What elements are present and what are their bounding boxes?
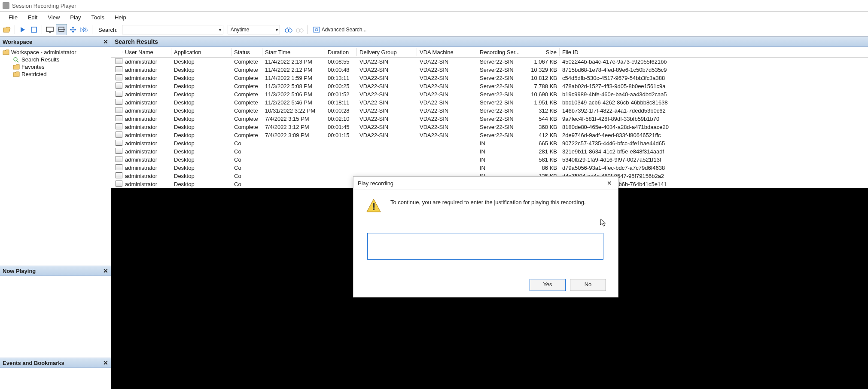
table-row[interactable]: administratorDesktopComplete10/31/2022 3… xyxy=(111,107,868,115)
cell-user: administrator xyxy=(122,67,171,73)
table-row[interactable]: administratorDesktopComplete11/4/2022 2:… xyxy=(111,58,868,66)
table-row[interactable]: administratorDesktopComplete7/4/2022 3:0… xyxy=(111,131,868,139)
th-vda[interactable]: VDA Machine xyxy=(417,48,477,56)
th-start[interactable]: Start Time xyxy=(262,48,325,56)
cell-vda: VDA22-SIN xyxy=(417,75,477,81)
th-fileid[interactable]: File ID xyxy=(560,48,860,56)
cell-duration: 00:18:11 xyxy=(325,99,357,106)
cell-status: Complete xyxy=(231,75,262,81)
dialog-buttons: Yes No xyxy=(353,275,618,297)
menu-tools[interactable]: Tools xyxy=(86,13,110,22)
search-button[interactable] xyxy=(283,25,294,35)
tree-item-search-results[interactable]: Search Results xyxy=(3,56,108,63)
menu-help[interactable]: Help xyxy=(110,13,131,22)
dialog-titlebar: Play recording ✕ xyxy=(353,177,618,190)
search-result-icon xyxy=(13,57,20,63)
tree-item-label: Search Results xyxy=(21,56,59,63)
skip-button[interactable] xyxy=(79,25,89,35)
workspace-tree: Workspace - administrator Search Results… xyxy=(0,47,111,80)
workspace-panel: Workspace ✕ Workspace - administrator Se… xyxy=(0,37,111,80)
titlebar: Session Recording Player xyxy=(0,0,868,12)
th-application[interactable]: Application xyxy=(171,48,231,56)
now-playing-panel: Now Playing ✕ xyxy=(0,266,111,358)
tree-item-restricted[interactable]: Restricted xyxy=(3,70,108,78)
dialog-close-button[interactable]: ✕ xyxy=(605,179,614,187)
table-row[interactable]: administratorDesktopCoIN581 KB5340fb29-1… xyxy=(111,156,868,164)
cell-start: 11/4/2022 1:59 PM xyxy=(262,75,325,81)
play-button[interactable] xyxy=(18,25,28,35)
cell-server: Server22-SIN xyxy=(477,67,525,73)
pan-button[interactable] xyxy=(68,25,78,35)
search-label: Search: xyxy=(95,27,121,33)
table-row[interactable]: administratorDesktopCoIN665 KB90722c57-4… xyxy=(111,139,868,147)
table-row[interactable]: administratorDesktopComplete7/4/2022 3:1… xyxy=(111,115,868,123)
close-icon[interactable]: ✕ xyxy=(103,267,108,274)
cell-user: administrator xyxy=(122,156,171,163)
tree-item-label: Favorites xyxy=(21,64,44,70)
fit-button[interactable] xyxy=(56,24,67,35)
justification-input[interactable] xyxy=(367,233,603,260)
table-row[interactable]: administratorDesktopCoIN281 KB321e9b11-8… xyxy=(111,147,868,156)
table-row[interactable]: administratorDesktopComplete7/4/2022 3:1… xyxy=(111,123,868,131)
th-delivery[interactable]: Delivery Group xyxy=(357,48,417,56)
cell-app: Desktop xyxy=(171,132,231,138)
close-icon: ✕ xyxy=(607,180,612,187)
toolbar: Search: ▾ Anytime ▾ Advanced Search... xyxy=(0,23,868,37)
table-head: User Name Application Status Start Time … xyxy=(111,47,868,58)
svg-point-13 xyxy=(14,58,17,61)
table-row[interactable]: administratorDesktopComplete11/2/2022 5:… xyxy=(111,98,868,107)
th-size[interactable]: Size xyxy=(525,48,560,56)
menu-edit[interactable]: Edit xyxy=(23,13,43,22)
chevron-down-icon: ▾ xyxy=(219,28,221,32)
screen-button[interactable] xyxy=(45,25,55,35)
stop-button[interactable] xyxy=(29,25,39,35)
cell-app: Desktop xyxy=(171,83,231,89)
workspace-panel-header: Workspace ✕ xyxy=(0,37,111,47)
open-button[interactable] xyxy=(2,25,12,35)
cell-server: IN xyxy=(477,165,525,171)
th-recserver[interactable]: Recording Ser... xyxy=(477,48,525,56)
no-button[interactable]: No xyxy=(570,279,606,291)
advanced-search-button[interactable]: Advanced Search... xyxy=(311,25,369,35)
tree-item-favorites[interactable]: Favorites xyxy=(3,63,108,70)
binoculars-icon xyxy=(296,27,304,33)
cell-server: Server22-SIN xyxy=(477,83,525,89)
table-row[interactable]: administratorDesktopComplete11/3/2022 5:… xyxy=(111,90,868,98)
menu-play[interactable]: Play xyxy=(65,13,86,22)
events-panel: Events and Bookmarks ✕ xyxy=(0,358,111,389)
th-icon[interactable] xyxy=(111,51,122,53)
recording-icon xyxy=(116,140,122,146)
svg-rect-15 xyxy=(373,203,375,208)
cell-size: 281 KB xyxy=(525,148,560,155)
cell-start: 11/3/2022 5:06 PM xyxy=(262,91,325,98)
th-status[interactable]: Status xyxy=(231,48,262,56)
table-row[interactable]: administratorDesktopCoIN86 KBd79a5056-93… xyxy=(111,164,868,172)
results-panel-title: Search Results xyxy=(115,38,158,45)
menu-view[interactable]: View xyxy=(43,13,65,22)
cell-user: administrator xyxy=(122,132,171,138)
tree-root[interactable]: Workspace - administrator xyxy=(3,49,108,56)
cell-start: 7/4/2022 3:09 PM xyxy=(262,132,325,138)
table-row[interactable]: administratorDesktopComplete11/4/2022 1:… xyxy=(111,74,868,82)
cell-vda: VDA22-SIN xyxy=(417,67,477,73)
time-filter-dropdown[interactable]: Anytime ▾ xyxy=(228,25,280,34)
search-input[interactable]: ▾ xyxy=(122,25,223,34)
cell-status: Complete xyxy=(231,124,262,130)
th-user[interactable]: User Name xyxy=(122,48,171,56)
separator xyxy=(15,25,15,34)
svg-rect-1 xyxy=(46,27,53,31)
play-icon xyxy=(20,27,25,33)
events-body xyxy=(0,368,111,389)
menu-file[interactable]: File xyxy=(3,13,23,22)
svg-rect-16 xyxy=(373,208,375,210)
table-row[interactable]: administratorDesktopComplete11/4/2022 2:… xyxy=(111,66,868,74)
th-duration[interactable]: Duration xyxy=(325,48,357,56)
close-icon[interactable]: ✕ xyxy=(103,359,108,366)
close-icon[interactable]: ✕ xyxy=(103,38,108,45)
cell-delivery: VDA22-SIN xyxy=(357,116,417,122)
cell-fileid: 478ab02d-1527-4ff3-9d05-8b0ee1561c9a xyxy=(560,83,860,89)
workspace-icon xyxy=(3,49,9,55)
table-row[interactable]: administratorDesktopComplete11/3/2022 5:… xyxy=(111,82,868,90)
svg-point-5 xyxy=(285,29,289,32)
yes-button[interactable]: Yes xyxy=(530,279,566,291)
